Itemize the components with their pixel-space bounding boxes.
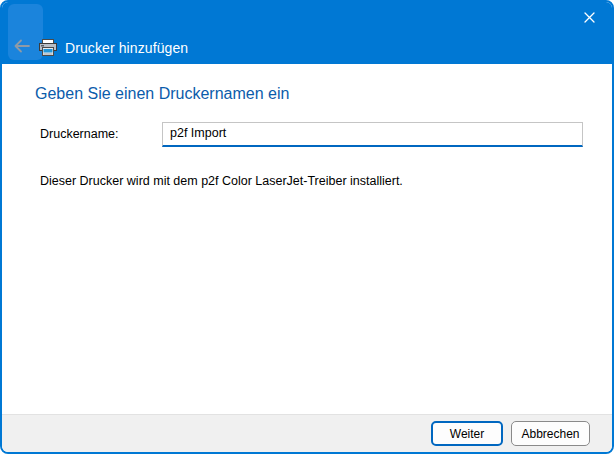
next-button[interactable]: Weiter xyxy=(431,421,503,446)
titlebar: Drucker hinzufügen xyxy=(2,2,612,64)
close-icon xyxy=(584,12,595,23)
close-button[interactable] xyxy=(566,2,612,32)
page-heading: Geben Sie einen Druckernamen ein xyxy=(35,85,289,103)
printer-name-label: Druckername: xyxy=(40,127,119,141)
window-title: Drucker hinzufügen xyxy=(65,40,188,56)
cancel-button[interactable]: Abbrechen xyxy=(511,421,590,446)
printer-name-input[interactable] xyxy=(162,122,583,147)
back-arrow-icon xyxy=(13,39,31,57)
button-bar: Weiter Abbrechen xyxy=(2,414,612,452)
back-button[interactable] xyxy=(10,38,34,58)
wizard-page: Geben Sie einen Druckernamen ein Drucker… xyxy=(2,64,612,414)
driver-description: Dieser Drucker wird mit dem p2f Color La… xyxy=(40,174,403,188)
add-printer-wizard-window: Drucker hinzufügen Geben Sie einen Druck… xyxy=(0,0,614,454)
printer-icon xyxy=(38,38,58,58)
